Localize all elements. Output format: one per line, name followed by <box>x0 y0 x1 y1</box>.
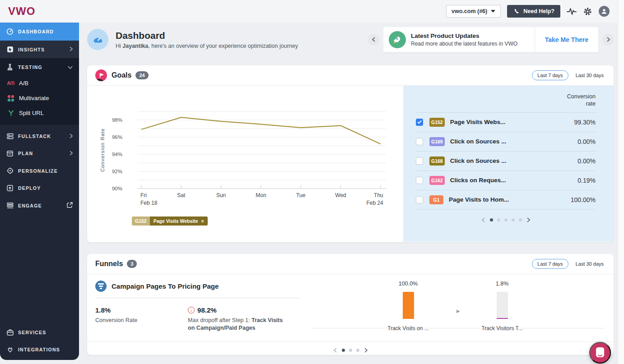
svg-text:Thu: Thu <box>374 192 383 198</box>
funnel-icon <box>95 281 107 292</box>
avatar <box>599 6 610 17</box>
activity-pulse-button[interactable] <box>567 7 577 15</box>
funnels-card: Funnels 3 Last 7 days Last 30 days Campa… <box>87 254 614 355</box>
goals-count-badge: 24 <box>135 71 148 79</box>
carousel-dot[interactable] <box>512 218 515 221</box>
goal-name[interactable]: Page Visits Webs... <box>450 119 506 125</box>
sidebar-item-dashboard[interactable]: DASHBOARD <box>0 23 79 41</box>
carousel-dot[interactable] <box>490 218 493 221</box>
funnels-page-next-button[interactable] <box>363 348 368 353</box>
sidebar-item-insights[interactable]: INSIGHTS <box>0 41 79 58</box>
svg-text:Feb 24: Feb 24 <box>366 200 383 206</box>
funnel-step-2-name: Track Visitors T... <box>473 325 531 332</box>
product-updates-banner[interactable]: Latest Product Updates Read more about t… <box>383 27 598 52</box>
carousel-dot[interactable] <box>356 349 359 352</box>
carousel-dot[interactable] <box>497 218 500 221</box>
sidebar-item-ab-test[interactable]: A/B A/B <box>0 76 79 91</box>
sidebar-item-label: INTEGRATIONS <box>18 347 60 352</box>
sidebar-item-label: PERSONALIZE <box>18 168 58 174</box>
funnel-step-1[interactable]: 100.0% Track Visits on ... <box>379 281 438 332</box>
vwo-logo[interactable]: VWO <box>8 5 35 18</box>
need-help-button[interactable]: Need Help? <box>507 5 560 18</box>
goals-page-prev-button[interactable] <box>481 217 486 222</box>
sidebar-item-plan[interactable]: PLAN <box>0 145 79 162</box>
sidebar-item-engage[interactable]: ENGAGE <box>0 197 79 214</box>
goal-checkbox[interactable] <box>416 119 423 126</box>
flask-icon <box>6 64 14 70</box>
chevron-right-icon <box>70 134 73 139</box>
account-selector-dropdown[interactable]: vwo.com (#6) <box>446 5 501 18</box>
goal-checkbox[interactable] <box>416 177 423 184</box>
chevron-right-icon <box>527 217 530 222</box>
goals-line-chart: 98%96%94%92%90%Conversion RateFriFeb 18S… <box>87 91 403 209</box>
sidebar-item-personalize[interactable]: PERSONALIZE <box>0 162 79 180</box>
legend-close-icon[interactable]: × <box>201 218 204 224</box>
settings-button[interactable] <box>583 7 592 16</box>
conversion-stat-value: 1.8% <box>95 306 137 314</box>
sidebar-item-label: DASHBOARD <box>18 29 54 34</box>
svg-text:92%: 92% <box>112 169 122 174</box>
goal-conversion-value: 100.00% <box>571 196 596 203</box>
sidebar-item-label: SERVICES <box>18 330 47 335</box>
goal-checkbox[interactable] <box>416 138 423 145</box>
page-title: Dashboard <box>116 30 298 41</box>
conversion-stat: 1.8% Conversion Rate <box>95 306 137 332</box>
sidebar-item-label: Split URL <box>19 110 44 116</box>
funnels-last-7-days-button[interactable]: Last 7 days <box>532 259 568 269</box>
goal-conversion-value: 0.19% <box>577 177 596 184</box>
goal-row: G168Click on Sources ...0.00% <box>416 152 596 171</box>
goal-name[interactable]: Click on Sources ... <box>450 138 507 145</box>
goal-legend-chip[interactable]: G152 Page Visits Website × <box>132 217 208 226</box>
carousel-dot[interactable] <box>349 349 352 352</box>
profile-button[interactable] <box>599 6 610 17</box>
scrollbar[interactable] <box>618 0 624 364</box>
updates-title: Latest Product Updates <box>411 32 535 39</box>
updates-texts: Latest Product Updates Read more about t… <box>411 32 535 47</box>
multivariate-icon <box>7 95 14 101</box>
carousel-dot[interactable] <box>519 218 522 221</box>
sidebar-item-split-url[interactable]: Split URL <box>0 106 79 120</box>
goal-checkbox[interactable] <box>416 196 423 203</box>
goal-name[interactable]: Click on Sources ... <box>450 157 507 164</box>
greeting-name: Jayantika <box>122 43 148 49</box>
carousel-dot[interactable] <box>504 218 508 221</box>
funnel-name[interactable]: Campaign Pages To Pricing Page <box>112 282 219 290</box>
svg-text:90%: 90% <box>112 186 122 191</box>
dropoff-arrow-icon: ↓ <box>188 307 195 313</box>
funnels-page-prev-button[interactable] <box>333 348 338 353</box>
funnel-body: Campaign Pages To Pricing Page 1.8% Conv… <box>87 274 614 337</box>
goal-id-badge: G152 <box>429 118 445 127</box>
funnels-section-title: Funnels <box>95 260 123 268</box>
goal-name[interactable]: Clicks on Reques... <box>450 177 506 184</box>
sidebar-item-label: DEPLOY <box>18 185 41 191</box>
sidebar-item-services[interactable]: SERVICES <box>0 324 79 341</box>
funnels-card-header: Funnels 3 Last 7 days Last 30 days <box>87 254 614 274</box>
sidebar-item-fullstack[interactable]: FULLSTACK <box>0 128 79 145</box>
funnel-step-2-bar <box>497 318 508 319</box>
main-header: Dashboard Hi Jayantika, here's an overvi… <box>79 23 624 56</box>
goals-last-7-days-button[interactable]: Last 7 days <box>532 70 568 80</box>
take-me-there-link[interactable]: Take Me There <box>535 27 598 52</box>
sidebar-item-deploy[interactable]: DEPLOY <box>0 180 79 197</box>
goal-conversion-value: 0.00% <box>577 157 596 165</box>
goal-checkbox[interactable] <box>416 157 423 165</box>
funnels-last-30-days-button[interactable]: Last 30 days <box>576 261 604 267</box>
briefcase-icon <box>6 329 14 336</box>
carousel-prev-button[interactable] <box>368 34 379 46</box>
sidebar-item-multivariate[interactable]: Multivariate <box>0 91 79 106</box>
conversion-rate-column-header: Conversion rate <box>416 86 596 113</box>
calendar-icon <box>6 150 14 157</box>
funnel-step-1-value: 100.0% <box>379 281 438 287</box>
sidebar-item-integrations[interactable]: INTEGRATIONS <box>0 341 79 360</box>
funnel-step-2[interactable]: 1.8% Track Visitors T... <box>473 281 531 332</box>
goal-row: G1Page Visits to Hom...100.00% <box>416 190 596 210</box>
goals-page-next-button[interactable] <box>526 217 531 222</box>
carousel-next-button[interactable] <box>602 34 614 46</box>
carousel-dot[interactable] <box>342 349 345 352</box>
sidebar-item-testing[interactable]: TESTING <box>0 58 79 76</box>
intercom-chat-button[interactable] <box>589 342 611 364</box>
chevron-left-icon <box>482 217 485 222</box>
svg-text:Fri: Fri <box>140 192 147 198</box>
goals-last-30-days-button[interactable]: Last 30 days <box>576 73 604 78</box>
goal-name[interactable]: Page Visits to Hom... <box>449 196 509 203</box>
